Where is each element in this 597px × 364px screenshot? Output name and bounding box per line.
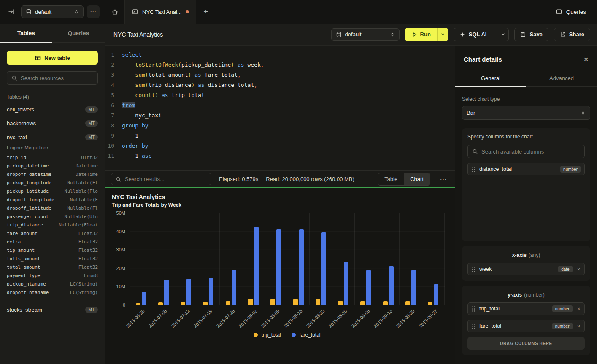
table-column[interactable]: trip_distanceNullable(Float [7,221,98,229]
tab-general[interactable]: General [455,70,526,87]
save-button[interactable]: Save [514,28,548,41]
line-number: 11 [105,151,122,161]
table-column[interactable]: dropoff_datetimeDateTime [7,170,98,179]
panel-body: Select chart type Bar Specify columns fo… [455,87,597,364]
table-column[interactable]: pickup_longitudeNullable(Fl [7,179,98,187]
y-axis-chip-fare_total[interactable]: fare_totalnumber✕ [467,320,585,332]
bar-fare_total[interactable] [232,270,236,305]
table-column[interactable]: pickup_datetimeDateTime [7,162,98,170]
legend-item-trip_total[interactable]: trip_total [254,332,281,338]
search-results-input[interactable] [125,176,207,182]
bar-trip_total[interactable] [293,299,298,305]
y-axis-chip-trip_total[interactable]: trip_totalnumber✕ [467,302,585,315]
legend-item-fare_total[interactable]: fare_total [292,332,320,338]
tab-queries[interactable]: Queries [52,24,105,43]
bar-fare_total[interactable] [164,280,169,305]
home-button[interactable] [105,0,124,24]
remove-column-icon[interactable]: ✕ [577,324,581,329]
table-column[interactable]: payment_typeEnum8 [7,272,98,280]
bar-fare_total[interactable] [321,232,326,305]
table-column[interactable]: extraFloat32 [7,238,98,246]
table-column[interactable]: pickup_ntanameLC(String) [7,280,98,289]
drag-handle-icon[interactable] [472,266,475,272]
sql-ai-button[interactable]: SQL AI [454,28,491,41]
x-axis-card: x-axis(any) weekdate✕ [462,246,590,281]
bar-fare_total[interactable] [186,279,191,305]
plot-area [130,213,445,305]
bar-fare_total[interactable] [411,270,416,305]
available-chip-distance_total[interactable]: distance_totalnumber [467,163,585,175]
bar-trip_total[interactable] [226,301,230,305]
more-options-button[interactable]: ⋯ [87,5,100,18]
bar-fare_total[interactable] [276,229,281,305]
database-selector[interactable]: default [21,5,84,18]
results-more-button[interactable]: ⋯ [438,173,449,186]
search-columns-input[interactable] [481,148,580,155]
bar-fare_total[interactable] [344,262,348,305]
table-column[interactable]: trip_idUInt32 [7,154,98,162]
table-column[interactable]: dropoff_ntanameLC(String) [7,289,98,297]
collapse-sidebar-button[interactable] [5,5,18,18]
drag-handle-icon[interactable] [472,166,475,173]
chart-type-select[interactable]: Bar [462,106,590,120]
search-resources-input[interactable] [21,75,93,81]
run-label: Run [420,31,431,38]
share-button[interactable]: Share [554,28,590,41]
bar-fare_total[interactable] [299,229,304,305]
bar-fare_total[interactable] [366,270,371,305]
sparkle-icon [459,32,465,38]
bar-trip_total[interactable] [181,302,185,305]
bar-trip_total[interactable] [270,299,275,305]
run-options-button[interactable] [437,28,448,41]
bar-fare_total[interactable] [209,278,213,305]
table-column[interactable]: tip_amountFloat32 [7,246,98,255]
tab-tables[interactable]: Tables [0,24,52,43]
table-row-hackernews[interactable]: hackernewsMT [7,116,98,130]
table-column[interactable]: tolls_amountFloat32 [7,255,98,263]
bar-trip_total[interactable] [203,302,208,305]
line-number: 8 [105,121,122,131]
chart-area: NYC Taxi Analytics Trip and Fare Totals … [105,187,455,364]
bar-trip_total[interactable] [136,303,140,305]
bar-fare_total[interactable] [142,292,146,305]
bar-trip_total[interactable] [248,299,253,305]
tab-advanced[interactable]: Advanced [526,70,597,87]
sql-editor[interactable]: 1select2 toStartOfWeek(pickup_datetime) … [105,46,455,170]
run-button[interactable]: Run [405,28,437,41]
bar-trip_total[interactable] [360,301,365,305]
table-column[interactable]: passenger_countNullable(UIn [7,213,98,221]
table-column[interactable]: fare_amountFloat32 [7,229,98,238]
table-row-cell_towers[interactable]: cell_towersMT [7,102,98,116]
bar-fare_total[interactable] [434,284,438,305]
view-table-button[interactable]: Table [378,173,404,185]
query-tab[interactable]: NYC Taxi Anal... [124,0,196,24]
table-row-nyc_taxi[interactable]: nyc_taxiMT [7,130,98,144]
bar-trip_total[interactable] [405,301,410,305]
drag-handle-icon[interactable] [472,323,475,329]
view-chart-button[interactable]: Chart [404,173,430,185]
bar-fare_total[interactable] [389,266,394,305]
bar-trip_total[interactable] [383,301,388,305]
bar-trip_total[interactable] [338,301,343,305]
database-selector-toolbar[interactable]: default [331,28,400,41]
bar-fare_total[interactable] [254,227,259,305]
remove-column-icon[interactable]: ✕ [577,307,581,311]
bar-trip_total[interactable] [316,299,320,305]
remove-column-icon[interactable]: ✕ [577,267,581,272]
drop-zone[interactable]: DRAG COLUMNS HERE [467,337,585,350]
sql-ai-options-button[interactable] [497,28,508,41]
new-table-button[interactable]: New table [7,51,98,65]
database-selector-value: default [345,31,386,38]
table-column[interactable]: dropoff_longitudeNullable(F [7,196,98,204]
bar-trip_total[interactable] [428,302,432,305]
table-column[interactable]: total_amountFloat32 [7,263,98,272]
table-column[interactable]: pickup_latitudeNullable(Flo [7,187,98,196]
close-panel-button[interactable]: ✕ [583,56,589,63]
x-axis-chip-week[interactable]: weekdate✕ [467,263,585,275]
table-column[interactable]: dropoff_latitudeNullable(Fl [7,204,98,213]
bar-trip_total[interactable] [158,302,163,305]
drag-handle-icon[interactable] [472,306,475,312]
table-row-stocks_stream[interactable]: stocks_streamMT [7,303,98,317]
queries-button[interactable]: Queries [556,8,586,15]
new-tab-button[interactable]: + [196,0,216,24]
